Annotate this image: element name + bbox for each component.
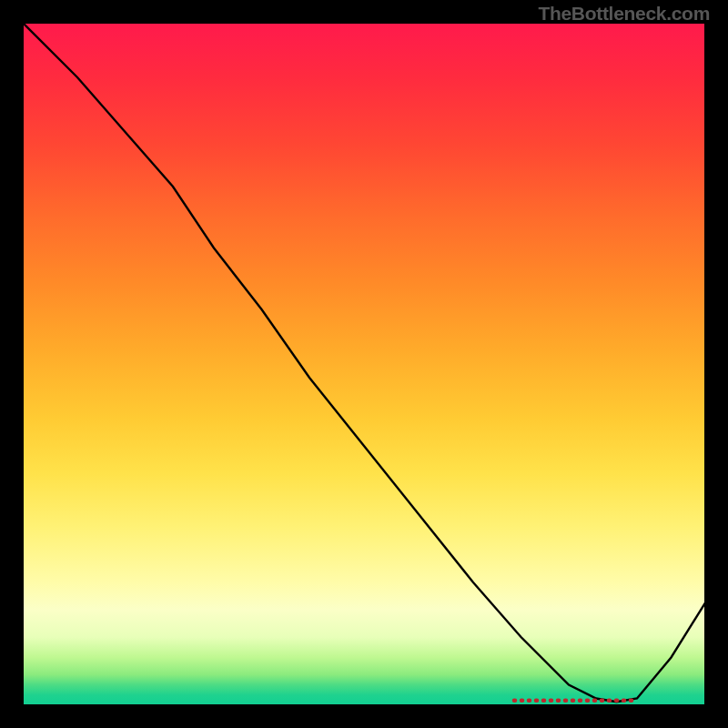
watermark-text: TheBottleneck.com bbox=[538, 3, 710, 25]
chart-line-series-1 bbox=[23, 23, 705, 702]
chart-overlay-svg bbox=[23, 23, 705, 705]
chart-plot-area bbox=[23, 23, 705, 705]
